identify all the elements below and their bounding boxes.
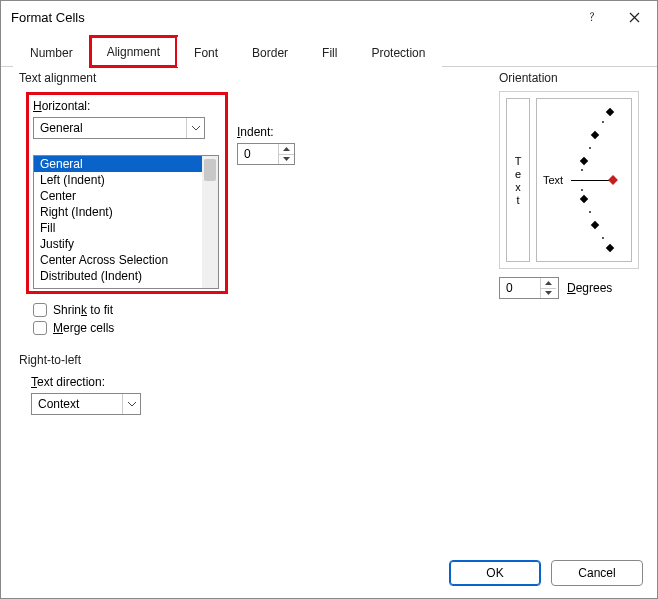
titlebar: Format Cells — [1, 1, 657, 33]
scrollbar-thumb[interactable] — [204, 159, 216, 181]
tab-fill[interactable]: Fill — [305, 37, 354, 67]
shrink-to-fit-label: Shrink to fit — [53, 303, 113, 317]
indent-label: Indent: — [237, 125, 295, 139]
checkbox-icon — [33, 321, 47, 335]
merge-cells-label: Merge cells — [53, 321, 114, 335]
degrees-row: 0 Degrees — [499, 277, 639, 299]
horizontal-option-distributed[interactable]: Distributed (Indent) — [34, 268, 218, 284]
ok-button[interactable]: OK — [449, 560, 541, 586]
close-button[interactable] — [613, 3, 655, 31]
help-button[interactable] — [571, 3, 613, 31]
alignment-pane: Text alignment Horizontal: General Gener… — [19, 71, 639, 542]
horizontal-option-center-across[interactable]: Center Across Selection — [34, 252, 218, 268]
horizontal-option-left-indent[interactable]: Left (Indent) — [34, 172, 218, 188]
tab-border[interactable]: Border — [235, 37, 305, 67]
dropdown-scrollbar[interactable] — [202, 156, 218, 288]
orientation-vertical-text-button[interactable]: T e x t — [506, 98, 530, 262]
spinner-down-icon[interactable] — [279, 155, 294, 165]
horizontal-option-fill[interactable]: Fill — [34, 220, 218, 236]
spinner-down-icon[interactable] — [541, 289, 556, 299]
format-cells-dialog: Format Cells Number Alignment Font Borde… — [0, 0, 658, 599]
tab-alignment[interactable]: Alignment — [90, 36, 177, 67]
tab-protection[interactable]: Protection — [354, 37, 442, 67]
rtl-group: Right-to-left Text direction: Context — [19, 353, 141, 415]
indent-spinner[interactable]: 0 — [237, 143, 295, 165]
horizontal-dropdown-list[interactable]: General Left (Indent) Center Right (Inde… — [33, 155, 219, 289]
horizontal-label: Horizontal: — [33, 99, 221, 113]
spinner-up-icon[interactable] — [541, 278, 556, 289]
spinner-up-icon[interactable] — [279, 144, 294, 155]
horizontal-option-justify[interactable]: Justify — [34, 236, 218, 252]
degrees-label: Degrees — [567, 281, 612, 295]
checkbox-icon — [33, 303, 47, 317]
window-title: Format Cells — [11, 10, 571, 25]
text-direction-combo[interactable]: Context — [31, 393, 141, 415]
cancel-button[interactable]: Cancel — [551, 560, 643, 586]
degrees-value[interactable]: 0 — [500, 278, 540, 298]
indent-group: Indent: 0 — [237, 125, 295, 165]
shrink-to-fit-checkbox[interactable]: Shrink to fit — [33, 303, 114, 317]
horizontal-option-center[interactable]: Center — [34, 188, 218, 204]
orientation-dial-text: Text — [543, 174, 563, 186]
text-control-checks: Shrink to fit Merge cells — [19, 299, 114, 339]
rtl-group-label: Right-to-left — [19, 353, 141, 367]
degrees-spinner[interactable]: 0 — [499, 277, 559, 299]
horizontal-combo-value: General — [34, 118, 186, 138]
tab-font[interactable]: Font — [177, 37, 235, 67]
text-direction-label: Text direction: — [31, 375, 141, 389]
orientation-dial[interactable]: Text — [536, 98, 632, 262]
text-direction-value: Context — [32, 394, 122, 414]
chevron-down-icon[interactable] — [186, 118, 204, 138]
chevron-down-icon[interactable] — [122, 394, 140, 414]
orientation-frame: T e x t Text — [499, 91, 639, 269]
tab-strip: Number Alignment Font Border Fill Protec… — [1, 33, 657, 67]
orientation-group-label: Orientation — [499, 71, 639, 85]
horizontal-combo[interactable]: General — [33, 117, 205, 139]
merge-cells-checkbox[interactable]: Merge cells — [33, 321, 114, 335]
dial-handle-icon[interactable] — [608, 175, 618, 185]
horizontal-option-right-indent[interactable]: Right (Indent) — [34, 204, 218, 220]
horizontal-highlight-region: Horizontal: General General Left (Indent… — [27, 93, 227, 293]
orientation-group: Orientation T e x t Text — [499, 71, 639, 299]
tab-number[interactable]: Number — [13, 37, 90, 67]
indent-value[interactable]: 0 — [238, 144, 278, 164]
dialog-footer: OK Cancel — [449, 560, 643, 586]
horizontal-option-general[interactable]: General — [34, 156, 218, 172]
